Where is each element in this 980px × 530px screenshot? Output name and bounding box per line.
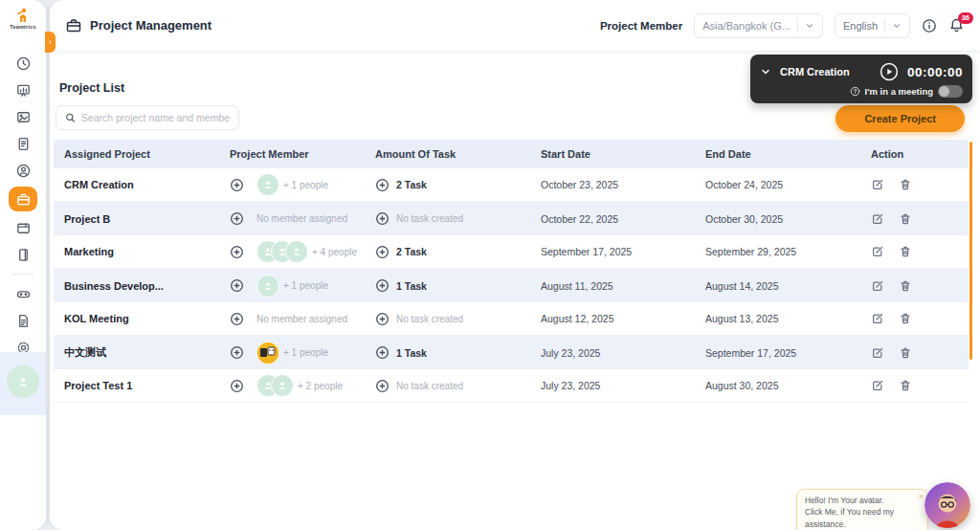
table-row: KOL Meeting No member assigned No task c… (54, 302, 969, 336)
add-member-button[interactable] (230, 245, 244, 259)
add-member-button[interactable] (230, 379, 244, 393)
add-task-button[interactable] (375, 312, 390, 326)
add-member-button[interactable] (230, 345, 244, 360)
timer-clock: 00:00:00 (907, 65, 963, 79)
language-select[interactable]: English (835, 13, 910, 38)
sidebar-item-games[interactable] (10, 280, 36, 307)
sidebar-item-dashboard[interactable] (10, 77, 36, 103)
delete-button[interactable] (899, 279, 912, 293)
chevron-down-icon[interactable] (760, 66, 771, 77)
delete-button[interactable] (899, 212, 912, 226)
task-count-label: 2 Task (396, 246, 427, 257)
member-count-label: No member assigned (256, 314, 347, 324)
edit-button[interactable] (871, 212, 884, 226)
notifications-button[interactable]: 36 (948, 17, 965, 33)
add-task-button[interactable] (375, 245, 390, 259)
edit-button[interactable] (871, 245, 884, 258)
info-icon (922, 18, 937, 33)
brand-logo: Teamtrics (0, 8, 46, 30)
table-row: CRM Creation + 1 people 2 Task October 2… (54, 168, 969, 202)
gamepad-icon (15, 286, 32, 302)
table-header-row: Assigned ProjectProject MemberAmount Of … (54, 140, 969, 168)
sidebar-item-time-history[interactable] (10, 50, 36, 77)
sidebar-item-payroll[interactable] (10, 214, 36, 241)
table-row: Project B No member assigned No task cre… (54, 202, 969, 235)
start-date: October 22, 2025 (541, 213, 618, 225)
end-date: October 30, 2025 (705, 213, 783, 225)
meeting-toggle[interactable] (938, 85, 963, 98)
account-icon (15, 163, 32, 179)
sidebar-item-reports[interactable] (10, 130, 36, 157)
delete-button[interactable] (899, 379, 912, 392)
timezone-select[interactable]: Asia/Bangkok (G... (694, 13, 823, 38)
close-icon[interactable]: × (919, 491, 924, 503)
search-input[interactable] (81, 112, 230, 123)
briefcase-icon (15, 191, 32, 208)
delete-button[interactable] (899, 346, 912, 360)
sidebar-item-handbook[interactable] (10, 241, 36, 268)
add-member-button[interactable] (230, 312, 244, 326)
edit-button[interactable] (871, 379, 884, 392)
edit-button[interactable] (871, 312, 884, 325)
brand-name: Teamtrics (10, 24, 35, 30)
end-date: August 30, 2025 (705, 380, 778, 391)
timer-play-button[interactable] (880, 62, 899, 81)
project-name: 中文测试 (64, 345, 106, 360)
assistant-message-line2: Click Me, if You need my assistance. (805, 506, 920, 530)
start-date: October 23, 2025 (541, 179, 618, 190)
member-count-label: + 2 people (298, 381, 343, 391)
search-box[interactable] (56, 105, 239, 130)
member-count-label: No member assigned (256, 213, 347, 224)
edit-button[interactable] (871, 279, 884, 293)
create-project-button[interactable]: Create Project (835, 105, 965, 132)
add-task-button[interactable] (375, 211, 390, 226)
history-icon (15, 55, 32, 72)
project-table: Assigned ProjectProject MemberAmount Of … (54, 140, 969, 403)
delete-button[interactable] (899, 178, 912, 191)
add-task-button[interactable] (375, 178, 390, 192)
sidebar-nav (0, 50, 46, 361)
column-header: Assigned Project (54, 148, 219, 160)
table-scrollbar[interactable] (969, 142, 972, 360)
member-avatar[interactable] (285, 240, 308, 263)
add-member-button[interactable] (230, 178, 244, 192)
add-task-button[interactable] (375, 278, 390, 293)
member-avatar[interactable] (256, 173, 279, 196)
role-label: Project Member (600, 20, 682, 32)
sidebar-collapse-toggle[interactable]: › (45, 32, 56, 53)
assistant-bubble[interactable]: × Hello! I'm Your avatar. Click Me, if Y… (796, 489, 928, 530)
task-count-label: 1 Task (396, 280, 427, 292)
sidebar-item-documents[interactable] (10, 307, 36, 334)
member-avatar[interactable] (271, 374, 294, 397)
report-icon (15, 136, 32, 152)
task-count-label: No task created (396, 381, 463, 391)
sidebar-user-avatar[interactable] (7, 365, 39, 398)
meeting-label: I'm in a meeting (865, 86, 933, 97)
sidebar-divider (12, 274, 33, 275)
sidebar-item-project-management[interactable] (9, 187, 37, 211)
project-name: Project B (64, 213, 110, 225)
assistant-avatar[interactable] (924, 482, 970, 528)
sidebar: Teamtrics (0, 0, 46, 530)
task-count-label: 1 Task (396, 347, 427, 359)
briefcase-icon (65, 17, 82, 34)
delete-button[interactable] (899, 312, 912, 325)
sidebar-item-screenshots[interactable] (10, 103, 36, 130)
add-task-button[interactable] (375, 345, 390, 360)
delete-button[interactable] (899, 245, 912, 258)
project-name: Business Develop... (64, 280, 164, 292)
member-avatar[interactable] (256, 275, 279, 298)
member-avatar[interactable] (256, 342, 279, 364)
sidebar-item-account[interactable] (10, 157, 36, 184)
project-name: KOL Meeting (64, 313, 129, 324)
file-icon (15, 313, 32, 329)
member-count-label: + 1 people (283, 347, 328, 358)
info-button[interactable] (922, 18, 937, 33)
add-member-button[interactable] (230, 211, 244, 226)
add-task-button[interactable] (375, 379, 390, 393)
table-row: Project Test 1 + 2 people No task create… (54, 369, 969, 403)
timezone-value: Asia/Bangkok (G... (702, 20, 791, 32)
add-member-button[interactable] (230, 278, 244, 293)
edit-button[interactable] (871, 346, 884, 360)
edit-button[interactable] (871, 178, 884, 191)
